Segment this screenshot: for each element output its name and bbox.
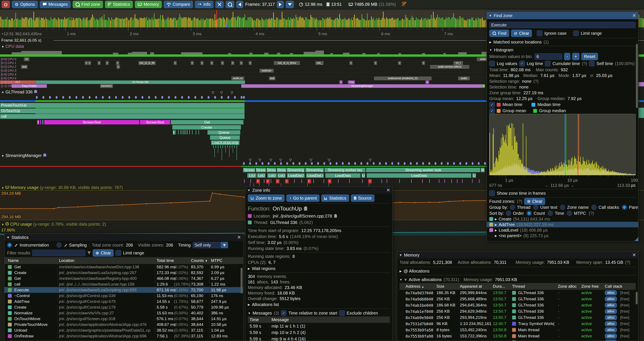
memory-titlebar[interactable]: ▼Memory ✕: [397, 251, 638, 259]
memory-scrollbar[interactable]: [636, 292, 638, 304]
shutdown-button[interactable]: [2, 1, 10, 8]
statistics-row[interactable]: OnTouchMove jni/../jni/src/guif/Screen.c…: [4, 316, 243, 321]
collapsed-marker-icon[interactable]: ▽: [289, 158, 292, 162]
cpu-zone-chip[interactable]: c: [174, 61, 177, 65]
filter-input[interactable]: [32, 250, 86, 256]
lock-dot-icon[interactable]: [422, 162, 424, 165]
cpu-zone-chip[interactable]: c: [106, 61, 109, 65]
allocation-row[interactable]: 0x7553b9fa90 16 bytes 153,722,396ns 13:5…: [400, 333, 636, 339]
lock-dot-icon[interactable]: [208, 96, 210, 99]
zone-info-titlebar[interactable]: ▼Zone info ✕: [245, 187, 392, 194]
lock-dot-icon[interactable]: [62, 96, 64, 99]
alloc-callstack-button[interactable]: alloc: [605, 327, 617, 332]
glthread-zone[interactable]: E: [173, 130, 175, 135]
error-chip[interactable]: C: [266, 179, 270, 184]
lock-dot-icon[interactable]: [76, 96, 77, 99]
close-icon[interactable]: ✕: [237, 235, 241, 240]
lock-dot-icon[interactable]: [122, 96, 124, 99]
message-row[interactable]: 5.59 s mip 11 w 1 h 1 (1): [248, 323, 390, 329]
glthread-zone[interactable]: Create: [172, 125, 241, 130]
lock-dot-icon[interactable]: [174, 96, 176, 99]
col-size[interactable]: Size: [436, 284, 444, 289]
allocation-row[interactable]: 0x74a9d37040 186.35 KB 295,999,844ns 13:…: [400, 290, 636, 296]
compare-button[interactable]: Compare: [164, 1, 193, 8]
col-call-stack[interactable]: Call stack: [605, 284, 622, 289]
lock-dot-icon[interactable]: [416, 162, 418, 165]
prev-frame-button[interactable]: [236, 1, 243, 8]
col-location[interactable]: Location: [59, 258, 74, 263]
lock-dot-icon[interactable]: [317, 162, 319, 165]
lock-dot-icon[interactable]: [379, 162, 381, 165]
streaming-zone[interactable]: Streaming worker tas: [324, 168, 366, 172]
statistics-row[interactable]: OnRedraw jni/../jni/src/claw/application…: [4, 333, 243, 339]
glthread-stack-zone[interactable]: call: [0, 114, 245, 119]
error-chip[interactable]: C: [307, 179, 311, 184]
collapsed-marker-icon[interactable]: ▽: [258, 158, 261, 162]
found-zone-row[interactable]: ▶ <no parent> (9) 225.73 µs: [487, 233, 638, 238]
cpu-zone-chip[interactable]: c: [88, 61, 91, 65]
goto-frame-button[interactable]: [286, 1, 294, 8]
streaming-zone[interactable]: LoadDaU: [287, 173, 305, 178]
error-chip[interactable]: C: [368, 179, 372, 184]
cpu-zone-chip[interactable]: c: [221, 61, 224, 65]
expand-icon[interactable]: ▶: [495, 234, 497, 237]
time-relative-checkbox[interactable]: ✓: [281, 310, 286, 316]
cpu-zone-chip[interactable]: GLThread 336: [36, 80, 245, 84]
streaming-zone[interactable]: St: [481, 168, 484, 172]
lock-dot-icon[interactable]: [373, 162, 375, 165]
cpu-zone-chip[interactable]: StreamingManager: [241, 84, 483, 88]
resize-grip[interactable]: [634, 237, 638, 241]
cpu-data-header[interactable]: ▼ CPU data: [1, 44, 24, 49]
glthread-zone[interactable]: [40, 120, 41, 125]
cpu-zone-chip[interactable]: cds_ol_rx_threa: [274, 61, 300, 65]
found-zone-row[interactable]: ▶ LoadLevel (18) 406.88 µs: [487, 227, 638, 233]
group-by-radio-parent[interactable]: [622, 205, 627, 210]
expand-icon[interactable]: ▶: [495, 223, 497, 226]
found-clear-button[interactable]: ⊗Clear: [524, 198, 545, 205]
sort-by-radio-mtpc[interactable]: [567, 211, 572, 216]
cpu-zone-chip[interactable]: aud: [21, 65, 28, 69]
wait-regions-toggle[interactable]: ▶Wait regions: [245, 265, 392, 272]
cpu-zone-chip[interactable]: os: [24, 57, 30, 61]
bin-reset-button[interactable]: Reset: [581, 53, 598, 60]
expand-icon[interactable]: ▶: [495, 229, 497, 232]
lock-dot-icon[interactable]: [410, 162, 412, 165]
col-thread[interactable]: Thread: [512, 284, 525, 289]
cpu-zone-chip[interactable]: cds_ol_rx_thr: [138, 61, 156, 65]
streaming-zone[interactable]: LoU: [277, 173, 286, 178]
collapsed-marker-icon[interactable]: ▽: [280, 158, 282, 162]
lock-dot-icon[interactable]: [466, 162, 467, 165]
cpu-zone-chip[interactable]: k: [116, 65, 120, 69]
matched-locations-toggle[interactable]: ▶Matched source locations (1): [487, 39, 638, 45]
statistics-row[interactable]: Execute jni/../jni/src/claw/base/LuaScri…: [4, 287, 243, 293]
statistics-row[interactable]: ~Control jni/../jni/src/guif/Control.cpp…: [4, 293, 243, 298]
source-button[interactable]: Source: [351, 194, 374, 202]
zone-statistics-button[interactable]: Statistics: [321, 194, 349, 202]
lock-dot-icon[interactable]: [459, 162, 461, 165]
lock-dot-icon[interactable]: [323, 162, 325, 165]
find-button[interactable]: Find: [489, 30, 509, 37]
error-chip[interactable]: C: [256, 179, 260, 184]
mean-time-checkbox[interactable]: ✓: [489, 102, 495, 108]
find-zone-query-input[interactable]: [489, 22, 636, 28]
lock-dot-icon[interactable]: [391, 162, 393, 165]
alloc-callstack-button[interactable]: alloc: [605, 303, 617, 308]
lock-dot-icon[interactable]: [135, 96, 137, 99]
streaming-zone[interactable]: L(U: [247, 173, 256, 178]
group-by-radio-zone-name[interactable]: [560, 205, 565, 210]
cpu-zone-chip[interactable]: mi_t: [454, 61, 463, 65]
glthread-zone[interactable]: Queue: [210, 135, 240, 140]
lock-dot-icon[interactable]: [428, 162, 430, 165]
found-zone-row[interactable]: ▶ AddTree (18,542) 227.19 ms: [487, 222, 638, 227]
find-zone-titlebar[interactable]: ▼Find zone ✕: [487, 12, 638, 19]
col-time[interactable]: Time: [250, 317, 269, 322]
zoom-to-zone-button[interactable]: Zoom to zone: [248, 194, 284, 202]
bin-plus-button[interactable]: +: [572, 53, 580, 60]
col-name[interactable]: Name: [8, 258, 19, 263]
streaming-zone[interactable]: LoU: [257, 173, 266, 178]
glthread-zone[interactable]: LoaULoUpLoUp: [211, 140, 240, 145]
lock-dot-icon[interactable]: [354, 162, 356, 165]
streaming-zone[interactable]: LoadDaU: [306, 173, 324, 178]
found-zone-row[interactable]: ▶ Create (54,131) 643.34 ms: [487, 216, 638, 222]
cpu-zone-chip[interactable]: c: [398, 61, 401, 65]
